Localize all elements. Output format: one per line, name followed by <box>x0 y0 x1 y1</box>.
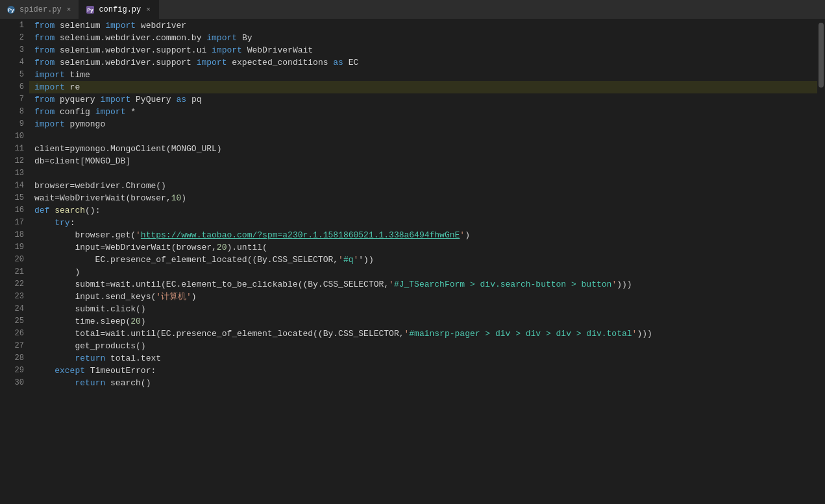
code-line-2[interactable]: from selenium.webdriver.common.by import… <box>29 32 817 44</box>
code-lines: from selenium import webdriverfrom selen… <box>29 19 817 389</box>
line-number-2: 2 <box>0 32 24 44</box>
line-number-19: 19 <box>0 241 24 254</box>
code-line-20[interactable]: EC.presence_of_element_located((By.CSS_S… <box>29 254 817 266</box>
code-line-19[interactable]: input=WebDriverWait(browser,20).until( <box>29 241 817 254</box>
line-number-gutter: 1234567891011121314151617181920212223242… <box>0 19 29 504</box>
code-line-8[interactable]: from config import * <box>29 106 817 118</box>
code-line-1[interactable]: from selenium import webdriver <box>29 19 817 32</box>
svg-text:Py: Py <box>8 7 14 13</box>
python-icon: Py <box>6 5 16 14</box>
line-number-15: 15 <box>0 192 24 204</box>
line-numbers: 1234567891011121314151617181920212223242… <box>0 19 24 389</box>
tab-spider-label: spider.py <box>19 5 62 14</box>
line-number-30: 30 <box>0 377 24 389</box>
code-line-30[interactable]: return search() <box>29 377 817 389</box>
tab-config-label: config.py <box>99 5 141 14</box>
line-number-3: 3 <box>0 44 24 56</box>
code-line-13[interactable] <box>29 167 817 180</box>
line-number-17: 17 <box>0 217 24 229</box>
line-number-1: 1 <box>0 19 24 32</box>
code-line-4[interactable]: from selenium.webdriver.support import e… <box>29 56 817 69</box>
code-line-15[interactable]: wait=WebDriverWait(browser,10) <box>29 192 817 204</box>
line-number-16: 16 <box>0 204 24 217</box>
line-number-27: 27 <box>0 340 24 352</box>
code-line-17[interactable]: try: <box>29 217 817 229</box>
code-line-10[interactable] <box>29 130 817 143</box>
code-line-3[interactable]: from selenium.webdriver.support.ui impor… <box>29 44 817 56</box>
code-line-26[interactable]: total=wait.until(EC.presence_of_element_… <box>29 328 817 340</box>
code-line-12[interactable]: db=client[MONGO_DB] <box>29 155 817 167</box>
tab-bar: Py spider.py × Py config.py × <box>0 0 825 19</box>
scrollbar-thumb[interactable] <box>819 23 824 88</box>
line-number-8: 8 <box>0 106 24 118</box>
line-number-11: 11 <box>0 143 24 155</box>
line-number-5: 5 <box>0 69 24 81</box>
code-line-11[interactable]: client=pymongo.MongoClient(MONGO_URL) <box>29 143 817 155</box>
line-number-7: 7 <box>0 93 24 106</box>
code-line-18[interactable]: browser.get('https://www.taobao.com/?spm… <box>29 229 817 241</box>
code-line-21[interactable]: ) <box>29 266 817 278</box>
line-number-9: 9 <box>0 118 24 130</box>
tab-spider[interactable]: Py spider.py × <box>0 0 79 19</box>
code-line-24[interactable]: submit.click() <box>29 303 817 315</box>
line-number-14: 14 <box>0 180 24 192</box>
code-line-16[interactable]: def search(): <box>29 204 817 217</box>
code-line-14[interactable]: browser=webdriver.Chrome() <box>29 180 817 192</box>
code-line-29[interactable]: except TimeoutError: <box>29 365 817 377</box>
line-number-20: 20 <box>0 254 24 266</box>
svg-text:Py: Py <box>88 7 94 13</box>
line-number-26: 26 <box>0 328 24 340</box>
code-line-23[interactable]: input.send_keys('计算机') <box>29 291 817 303</box>
code-area[interactable]: from selenium import webdriverfrom selen… <box>29 19 817 504</box>
line-number-6: 6 <box>0 81 24 93</box>
line-number-23: 23 <box>0 291 24 303</box>
code-line-22[interactable]: submit=wait.until(EC.element_to_be_click… <box>29 278 817 291</box>
line-number-13: 13 <box>0 167 24 180</box>
line-number-29: 29 <box>0 365 24 377</box>
tab-spider-close[interactable]: × <box>66 5 73 14</box>
code-line-9[interactable]: import pymongo <box>29 118 817 130</box>
code-line-25[interactable]: time.sleep(20) <box>29 315 817 328</box>
line-number-4: 4 <box>0 56 24 69</box>
python-icon-config: Py <box>86 5 95 14</box>
line-number-24: 24 <box>0 303 24 315</box>
line-number-28: 28 <box>0 352 24 365</box>
line-number-21: 21 <box>0 266 24 278</box>
code-line-7[interactable]: from pyquery import PyQuery as pq <box>29 93 817 106</box>
code-line-27[interactable]: get_products() <box>29 340 817 352</box>
line-number-12: 12 <box>0 155 24 167</box>
line-number-22: 22 <box>0 278 24 291</box>
line-number-25: 25 <box>0 315 24 328</box>
code-line-28[interactable]: return total.text <box>29 352 817 365</box>
vertical-scrollbar[interactable] <box>817 19 825 504</box>
line-number-18: 18 <box>0 229 24 241</box>
line-number-10: 10 <box>0 130 24 143</box>
code-line-6[interactable]: import re <box>29 81 817 93</box>
tab-config[interactable]: Py config.py × <box>79 0 158 19</box>
tab-config-close[interactable]: × <box>145 5 152 14</box>
editor-container: 1234567891011121314151617181920212223242… <box>0 19 825 504</box>
code-line-5[interactable]: import time <box>29 69 817 81</box>
